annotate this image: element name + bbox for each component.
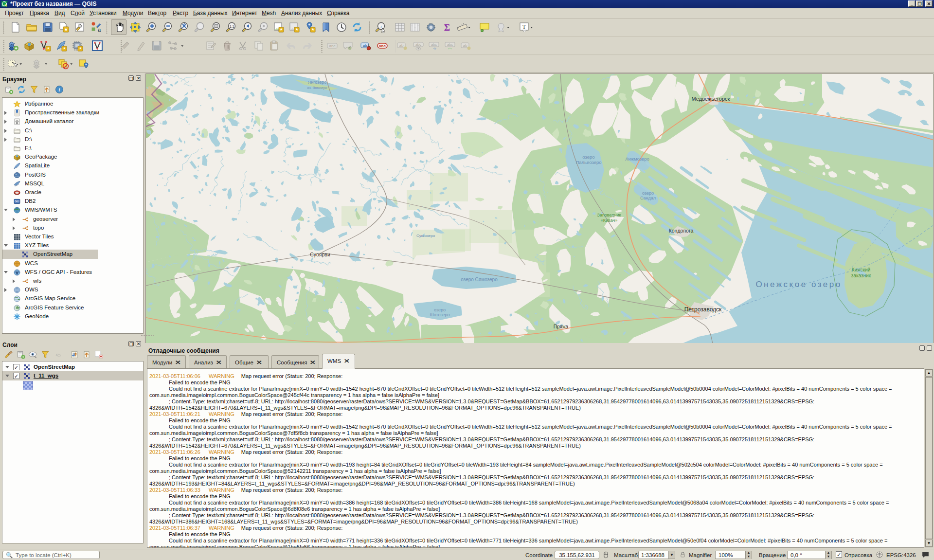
svg-text:ab: ab [399, 43, 404, 48]
svg-text:ab: ab [463, 43, 467, 48]
svg-text:Лижмозеро: Лижмозеро [625, 156, 649, 162]
svg-text:T: T [522, 23, 526, 30]
svg-text:озеро: озеро [642, 191, 654, 196]
svg-text:заказник: заказник [851, 273, 871, 278]
svg-text:abc: abc [329, 44, 336, 48]
svg-text:Суоярви: Суоярви [310, 252, 330, 257]
svg-text:abc: abc [415, 42, 421, 47]
svg-text:Сандал: Сандал [640, 196, 656, 200]
svg-text:озеро: озеро [582, 154, 594, 160]
svg-text:Онежское озеро: Онежское озеро [755, 280, 842, 289]
svg-text:оз. Янгозеро: оз. Янгозеро [307, 86, 327, 90]
svg-text:abc: abc [431, 42, 437, 47]
svg-text:Петрозаводск: Петрозаводск [684, 306, 722, 313]
svg-text:Пальеозеро: Пальеозеро [575, 160, 601, 165]
svg-text:озеро Сямозеро: озеро Сямозеро [461, 277, 498, 282]
svg-text:«Кивач»: «Кивач» [601, 218, 617, 223]
svg-text:Кижский: Кижский [852, 267, 871, 272]
svg-text:Медвежьегорск: Медвежьегорск [692, 96, 730, 102]
svg-text:озеро: озеро [434, 307, 446, 312]
svg-text:Пряжа: Пряжа [554, 324, 569, 329]
svg-text:a: a [98, 27, 101, 33]
svg-text:Шотозеро: Шотозеро [430, 312, 449, 317]
svg-text:1:1: 1:1 [230, 25, 234, 28]
svg-text:abc: abc [447, 42, 453, 47]
svg-text:Заповедник: Заповедник [597, 213, 621, 217]
svg-text:abc: abc [379, 44, 386, 48]
svg-text:Σ: Σ [444, 22, 450, 33]
svg-text:Кондопога: Кондопога [669, 228, 694, 234]
svg-text:Янгозеро: Янгозеро [308, 80, 327, 85]
svg-text:DB2: DB2 [15, 200, 19, 203]
svg-text:ab: ab [363, 43, 367, 48]
svg-text:Суккозеро: Суккозеро [416, 234, 435, 238]
svg-text:i: i [59, 87, 60, 92]
